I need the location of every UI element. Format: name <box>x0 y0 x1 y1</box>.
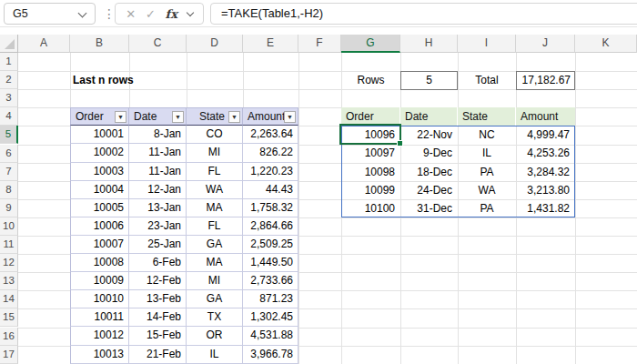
column-header-k[interactable]: K <box>575 35 637 53</box>
result-table-cell[interactable]: 18-Dec <box>400 163 458 181</box>
column-header-e[interactable]: E <box>243 35 298 53</box>
insert-function-icon[interactable]: fx <box>166 7 177 21</box>
source-table-cell[interactable]: 1,449.50 <box>243 254 298 272</box>
row-header-15[interactable]: 15 <box>0 308 18 327</box>
source-table-cell[interactable]: 1,302.45 <box>243 308 298 327</box>
source-table-cell[interactable]: 10011 <box>70 308 129 327</box>
result-table-cell[interactable]: 1,431.82 <box>516 199 575 217</box>
source-table-cell[interactable]: 4,531.88 <box>243 327 298 345</box>
row-header-17[interactable]: 17 <box>0 346 18 364</box>
source-table-cell[interactable]: 13-Jan <box>129 199 187 217</box>
source-table-cell[interactable]: 10012 <box>70 327 129 345</box>
column-header-h[interactable]: H <box>400 35 458 53</box>
confirm-icon[interactable]: ✓ <box>146 7 156 21</box>
row-header-14[interactable]: 14 <box>0 290 18 308</box>
row-header-4[interactable]: 4 <box>0 107 18 126</box>
column-header-b[interactable]: B <box>70 35 129 53</box>
column-header-j[interactable]: J <box>516 35 575 53</box>
source-table-cell[interactable]: 10004 <box>70 181 129 199</box>
source-table-cell[interactable]: GA <box>187 236 243 254</box>
source-table-cell[interactable]: MA <box>187 199 243 217</box>
source-table-cell[interactable]: 3,966.78 <box>243 346 298 364</box>
cancel-icon[interactable]: ✕ <box>126 7 136 21</box>
filter-dropdown-icon[interactable]: ▼ <box>284 111 296 123</box>
source-table-cell[interactable]: 11-Jan <box>129 163 187 181</box>
source-table-cell[interactable]: 10001 <box>70 126 129 144</box>
source-table-cell[interactable]: 2,263.64 <box>243 126 298 144</box>
formula-input[interactable]: =TAKE(Table1,-H2) <box>210 3 637 25</box>
source-table-cell[interactable]: 44.43 <box>243 181 298 199</box>
source-table-cell[interactable]: 1,220.23 <box>243 163 298 181</box>
result-table-cell[interactable]: NC <box>458 126 516 144</box>
row-header-6[interactable]: 6 <box>0 145 18 163</box>
source-table-cell[interactable]: 10005 <box>70 199 129 217</box>
source-table-cell[interactable]: OR <box>187 327 243 345</box>
source-table-cell[interactable]: 12-Feb <box>129 272 187 290</box>
source-table-cell[interactable]: 21-Feb <box>129 346 187 364</box>
result-table-cell[interactable]: PA <box>458 199 516 217</box>
source-table-cell[interactable]: 25-Jan <box>129 236 187 254</box>
source-table-cell[interactable]: 13-Feb <box>129 290 187 308</box>
result-table-cell[interactable]: 4,999.47 <box>516 126 575 144</box>
kebab-menu-icon[interactable]: ⋮ <box>103 4 116 24</box>
row-header-13[interactable]: 13 <box>0 272 18 290</box>
source-table-cell[interactable]: TX <box>187 308 243 327</box>
source-table-cell[interactable]: 2,864.66 <box>243 217 298 236</box>
source-column-header[interactable]: Order▼ <box>70 107 129 126</box>
row-header-16[interactable]: 16 <box>0 328 18 346</box>
result-table-cell[interactable]: PA <box>458 163 516 181</box>
source-table-cell[interactable]: GA <box>187 290 243 308</box>
select-all-corner[interactable] <box>0 35 18 53</box>
source-table-cell[interactable]: 6-Feb <box>129 254 187 272</box>
row-header-5[interactable]: 5 <box>0 126 18 144</box>
row-header-11[interactable]: 11 <box>0 236 18 254</box>
source-table-cell[interactable]: 10013 <box>70 346 129 364</box>
column-header-a[interactable]: A <box>18 35 70 53</box>
source-column-header[interactable]: Date▼ <box>129 107 187 126</box>
source-table-cell[interactable]: 15-Feb <box>129 327 187 345</box>
result-table-cell[interactable]: WA <box>458 181 516 199</box>
source-table-cell[interactable]: FL <box>187 163 243 181</box>
result-table-cell[interactable]: 10098 <box>341 163 400 181</box>
result-table-cell[interactable]: 22-Nov <box>400 126 458 144</box>
row-header-9[interactable]: 9 <box>0 199 18 217</box>
result-table-cell[interactable]: 10096 <box>341 126 400 144</box>
chevron-down-icon[interactable] <box>186 8 193 15</box>
filter-dropdown-icon[interactable]: ▼ <box>115 111 126 123</box>
source-table-cell[interactable]: 10006 <box>70 217 129 236</box>
result-table-cell[interactable]: 10097 <box>341 144 400 162</box>
result-table-cell[interactable]: 10099 <box>341 181 400 199</box>
result-table-cell[interactable]: 3,284.32 <box>516 163 575 181</box>
result-column-header[interactable]: State <box>458 107 516 126</box>
column-header-d[interactable]: D <box>187 35 243 53</box>
source-table-cell[interactable]: 1,758.32 <box>243 199 298 217</box>
column-header-g[interactable]: G <box>341 35 400 53</box>
source-table-cell[interactable]: 23-Jan <box>129 217 187 236</box>
title-cell[interactable]: Last n rows <box>73 71 134 89</box>
source-table-cell[interactable]: 826.22 <box>243 144 298 162</box>
source-table-cell[interactable]: 871.23 <box>243 290 298 308</box>
source-table-cell[interactable]: MI <box>187 144 243 162</box>
column-header-i[interactable]: I <box>458 35 516 53</box>
row-header-12[interactable]: 12 <box>0 254 18 272</box>
source-table-cell[interactable]: 10002 <box>70 144 129 162</box>
result-column-header[interactable]: Order <box>341 107 400 126</box>
source-table-cell[interactable]: 12-Jan <box>129 181 187 199</box>
source-table-cell[interactable]: 8-Jan <box>129 126 187 144</box>
filter-dropdown-icon[interactable]: ▼ <box>172 111 184 123</box>
name-box[interactable]: G5 <box>4 3 96 25</box>
source-table-cell[interactable]: 10003 <box>70 163 129 181</box>
source-table-cell[interactable]: 14-Feb <box>129 308 187 327</box>
source-table-cell[interactable]: 2,509.25 <box>243 236 298 254</box>
rows-label-cell[interactable]: Rows <box>341 71 400 89</box>
source-column-header[interactable]: Amount▼ <box>243 107 298 126</box>
source-table-cell[interactable]: 2,733.66 <box>243 272 298 290</box>
row-header-10[interactable]: 10 <box>0 217 18 236</box>
source-table-cell[interactable]: 11-Jan <box>129 144 187 162</box>
source-table-cell[interactable]: CO <box>187 126 243 144</box>
source-table-cell[interactable]: MA <box>187 254 243 272</box>
total-value-cell[interactable]: 17,182.67 <box>516 71 575 90</box>
rows-input-cell[interactable]: 5 <box>400 71 458 90</box>
chevron-down-icon[interactable] <box>78 9 87 18</box>
result-table-cell[interactable]: IL <box>458 144 516 162</box>
